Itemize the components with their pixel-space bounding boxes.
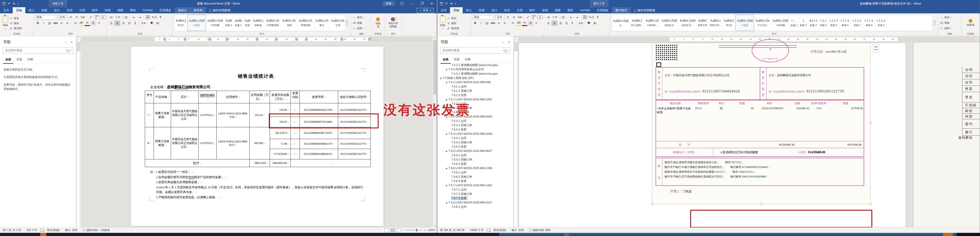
web-layout-icon[interactable] — [397, 228, 401, 232]
ribbon-tab-设计[interactable]: 设计 — [488, 7, 501, 13]
nav-outline-item[interactable]: 7.5.8 LHSY-WZGS-2025-MM-8127 — [438, 201, 513, 205]
ribbon-tab-布局[interactable]: 布局 — [63, 7, 76, 13]
show-marks-icon[interactable]: ¶ — [158, 15, 163, 20]
nav-search-input[interactable] — [442, 49, 502, 52]
ribbon-tab-邮件[interactable]: 邮件 — [526, 7, 539, 13]
font-color-icon[interactable]: A▾ — [85, 20, 90, 26]
ribbon-tab-帮助[interactable]: 帮助 — [127, 7, 139, 13]
nav-outline-item[interactable]: 7.5.7.2 采购订单 — [438, 192, 513, 196]
status-word-count[interactable]: 315 个字 — [24, 228, 40, 232]
nav-outline-item[interactable]: 7.5.6.1 合同 — [438, 171, 513, 175]
titlebar-left[interactable]: ↶ ↻ ▾ 表格工具 新建 Microsoft Word 文档 - Word 登… — [0, 0, 437, 7]
justify-icon[interactable]: ☰ — [564, 21, 569, 26]
expand-triangle-icon[interactable] — [445, 150, 447, 152]
dialog-launcher-icon[interactable] — [607, 33, 609, 35]
dialog-launcher-icon[interactable] — [31, 33, 33, 35]
tell-me-search[interactable]: 操作说明搜索 — [630, 7, 658, 13]
dialog-launcher-icon[interactable] — [104, 33, 107, 35]
underline-icon[interactable]: U▾ — [484, 21, 490, 26]
style-item-标题8[interactable]: 1.1.1.1.标题 8 — [863, 15, 875, 31]
ribbon-tab-引用[interactable]: 引用 — [513, 7, 526, 13]
dialog-launcher-icon[interactable] — [468, 33, 471, 35]
style-item-ZX三级标[interactable]: AaBbC(ZX三级标... — [630, 15, 644, 31]
layout-options-button[interactable] — [873, 44, 879, 53]
shading-bucket-icon[interactable]: ⛊▾ — [150, 21, 154, 26]
asian-layout-icon[interactable]: 🄰▾ — [582, 15, 588, 20]
style-item-标题7[interactable]: 1.1.1.1.标题 7 — [851, 15, 863, 31]
qat-customize-icon[interactable]: ▾ — [18, 3, 19, 5]
ribbon-tab-审阅[interactable]: 审阅 — [539, 7, 551, 13]
close-button[interactable]: ✕ — [427, 0, 437, 7]
zoom-thumb[interactable] — [416, 229, 417, 231]
font-size-combo[interactable]: 五号▾ — [496, 15, 505, 19]
save-icon[interactable] — [440, 2, 443, 5]
nav-tab-页面[interactable]: 页面 — [452, 57, 462, 64]
style-item-fs[interactable]: AaBbCcDdEfs — [611, 15, 630, 31]
ribbon-context-tab-图片格式[interactable]: 图片格式 — [612, 7, 630, 13]
numbering-icon[interactable]: ⒈≡▾ — [552, 15, 558, 20]
read-mode-icon[interactable] — [385, 228, 389, 232]
nav-tab-结果[interactable]: 结果 — [463, 57, 473, 64]
status-accessibility[interactable]: 辅助功能: 一切就绪 — [80, 228, 112, 232]
zoom-slider[interactable]: −＋ — [403, 228, 426, 232]
status-bar-right[interactable]: 第 256 页, 共 288 页18682 个字英语(美国)修订: 关闭辅助功能… — [438, 227, 980, 233]
image-resize-handle[interactable] — [869, 203, 872, 205]
tab-selector-box[interactable] — [514, 37, 518, 41]
align-left-icon[interactable]: ☰ — [546, 21, 551, 26]
shrink-font-icon[interactable]: Aˇ — [74, 15, 80, 20]
asian-layout-icon[interactable]: 🄰▾ — [145, 15, 151, 20]
italic-icon[interactable]: I — [479, 21, 484, 26]
nav-outline-item[interactable]: 7.5.1.3 发票 — [438, 93, 513, 97]
character-border-icon[interactable]: A — [537, 15, 543, 19]
font-size-combo[interactable]: 五号▾ — [59, 15, 68, 19]
decrease-indent-icon[interactable]: ⇤ — [132, 15, 137, 20]
justify-icon[interactable]: ☰ — [127, 21, 132, 26]
bullets-icon[interactable]: ⁝≡▾ — [109, 15, 114, 20]
show-marks-icon[interactable]: ¶ — [595, 15, 600, 20]
sort-icon[interactable]: A↕Z — [151, 15, 157, 20]
styles-gallery-scroll[interactable]: ▲▼≂ — [345, 19, 349, 27]
expand-triangle-icon[interactable] — [445, 202, 447, 203]
nav-outline-item[interactable]: 7.5.3.2 采购订单 — [438, 123, 513, 128]
nav-outline-item[interactable]: 7.4.3 环境管理体系认证证书 — [438, 67, 513, 72]
save-icon[interactable] — [3, 2, 6, 5]
styles-gallery-scroll[interactable]: ▲▼≂ — [933, 19, 936, 27]
nav-outline-item[interactable]: 7.5.7.1 合同 — [438, 188, 513, 192]
distribute-icon[interactable]: ⫼ — [570, 21, 575, 26]
subscript-icon[interactable]: x2 — [59, 21, 64, 26]
collapse-ribbon-icon[interactable]: ⌃ — [434, 33, 435, 35]
nav-tab-标题[interactable]: 标题 — [3, 57, 13, 64]
nav-pane-dropdown-icon[interactable]: ⌄ — [502, 40, 504, 44]
proofing-icon[interactable] — [40, 229, 44, 232]
shading-bucket-icon[interactable]: ⛊▾ — [587, 21, 592, 26]
image-resize-handle[interactable] — [869, 122, 872, 124]
status-language[interactable]: 英语(美国) — [491, 228, 509, 232]
search-icon[interactable] — [504, 49, 506, 52]
nav-tab-结果[interactable]: 结果 — [25, 57, 35, 64]
shrink-font-icon[interactable]: Aˇ — [511, 15, 517, 20]
subscript-icon[interactable]: x2 — [496, 21, 501, 26]
distribute-icon[interactable]: ⫼ — [133, 21, 138, 26]
nav-outline-item[interactable]: 7.5.7.3 发票 — [438, 196, 513, 201]
nav-outline-item[interactable]: 7.5.4.3 发票 — [438, 145, 513, 149]
increase-indent-icon[interactable]: ⇥ — [574, 15, 580, 20]
phonetic-guide-icon[interactable]: wén文 — [94, 15, 99, 20]
ribbon-tab-插入[interactable]: 插入 — [25, 7, 38, 13]
search-icon[interactable] — [66, 49, 69, 52]
ribbon-tab-Acrobat[interactable]: Acrobat — [576, 7, 593, 13]
invoice-image[interactable]: ★ 辽宁省税务局 开票日期：2025年07月10日 购买方信息 名称：中国石油天… — [652, 43, 870, 204]
status-track-changes[interactable]: 修订: 关闭 — [62, 228, 80, 232]
superscript-icon[interactable]: x2 — [65, 21, 70, 26]
style-item-无间隔[interactable]: AaBbCcDdE↵无间隔 — [771, 15, 789, 31]
search-dropdown-icon[interactable]: ▾ — [508, 49, 509, 51]
decrease-indent-icon[interactable]: ⇤ — [569, 15, 574, 20]
nav-outline-item[interactable]: 7.5.4.1 合同 — [438, 136, 513, 140]
ribbon-context-tab-表布局[interactable]: 表布局 — [190, 7, 206, 13]
ribbon-tab-引用[interactable]: 引用 — [76, 7, 89, 13]
align-center-icon[interactable]: ☰ — [552, 21, 557, 26]
nav-tab-页面[interactable]: 页面 — [14, 57, 24, 64]
clipboard-格式刷[interactable]: 🖌格式刷 — [447, 26, 459, 30]
ribbon-tab-百度网盘[interactable]: 百度网盘 — [156, 7, 175, 13]
ribbon-tab-视图[interactable]: 视图 — [114, 7, 127, 13]
status-bar-left[interactable]: 第 1 页, 共 1 页315 个字英语(美国)修订: 关闭辅助功能: 一切就绪… — [0, 227, 437, 233]
